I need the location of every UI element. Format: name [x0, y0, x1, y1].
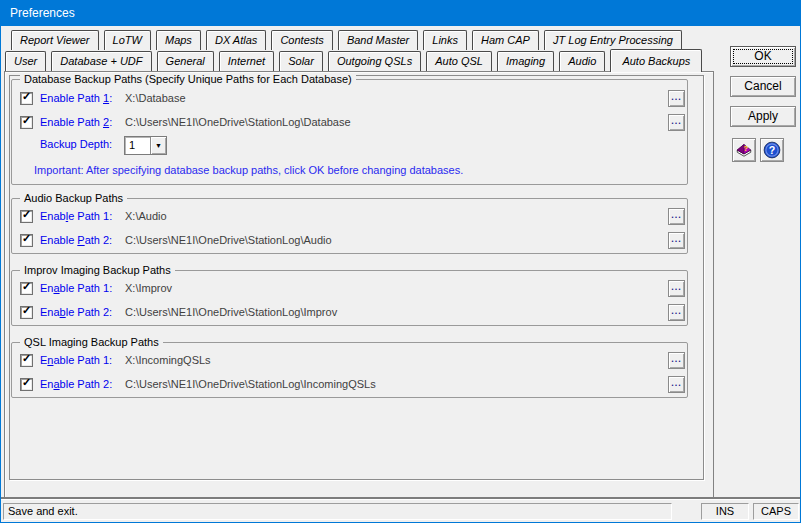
tab-row-2: User Database + UDF General Internet Sol…: [5, 51, 704, 72]
browse-button-database-path-2[interactable]: ...: [668, 114, 685, 131]
browse-button-improv-path-2[interactable]: ...: [668, 304, 685, 321]
backup-depth-row: Backup Depth: 1 ▼: [20, 138, 680, 155]
checkmark-icon: ✓: [22, 208, 31, 221]
backup-depth-label: Backup Depth:: [40, 138, 112, 150]
tab-imaging[interactable]: Imaging: [497, 51, 554, 71]
value-improv-path-2: C:\Users\NE1I\OneDrive\StationLog\Improv: [125, 306, 337, 318]
checkmark-icon: ✓: [22, 90, 31, 103]
label-qsl-path-2[interactable]: Enable Path 2:: [40, 378, 112, 390]
caps-indicator: CAPS: [753, 503, 799, 520]
help-button[interactable]: ?: [760, 138, 784, 162]
help-book-button[interactable]: ?: [732, 138, 756, 162]
audio-path-1-row: ✓ Enable Path 1: X:\Audio ...: [20, 210, 680, 227]
chevron-down-icon: ▼: [155, 142, 162, 149]
group-database-backup-paths: Database Backup Paths (Specify Unique Pa…: [11, 79, 688, 185]
tab-outgoing-qsls[interactable]: Outgoing QSLs: [328, 51, 421, 71]
tab-solar[interactable]: Solar: [279, 51, 323, 71]
checkbox-database-path-1[interactable]: ✓: [20, 92, 33, 105]
group-improv-imaging-backup-paths: Improv Imaging Backup Paths ✓ Enable Pat…: [11, 270, 688, 326]
value-audio-path-1: X:\Audio: [125, 210, 167, 222]
value-qsl-path-2: C:\Users\NE1I\OneDrive\StationLog\Incomi…: [125, 378, 376, 390]
improv-path-2-row: ✓ Enable Path 2: C:\Users\NE1I\OneDrive\…: [20, 306, 680, 323]
tab-links[interactable]: Links: [423, 30, 467, 50]
tab-auto-backups[interactable]: Auto Backups: [610, 49, 702, 72]
preferences-window: Preferences Report Viewer LoTW Maps DX A…: [0, 0, 801, 523]
backup-depth-combobox[interactable]: 1 ▼: [124, 136, 167, 155]
label-database-path-1[interactable]: Enable Path 1:: [40, 92, 112, 104]
tab-contests[interactable]: Contests: [271, 30, 332, 50]
group-title-qsl: QSL Imaging Backup Paths: [20, 336, 163, 348]
checkbox-audio-path-2[interactable]: ✓: [20, 234, 33, 247]
dropdown-button[interactable]: ▼: [150, 137, 166, 154]
value-qsl-path-1: X:\IncomingQSLs: [125, 354, 211, 366]
tab-audio[interactable]: Audio: [559, 51, 605, 71]
improv-path-1-row: ✓ Enable Path 1: X:\Improv ...: [20, 282, 680, 299]
important-note: Important: After specifying database bac…: [34, 164, 463, 176]
checkbox-improv-path-2[interactable]: ✓: [20, 306, 33, 319]
label-database-path-2[interactable]: Enable Path 2:: [40, 116, 112, 128]
ok-button[interactable]: OK: [730, 46, 796, 67]
tab-dx-atlas[interactable]: DX Atlas: [206, 30, 266, 50]
value-database-path-1: X:\Database: [125, 92, 186, 104]
tab-general[interactable]: General: [157, 51, 214, 71]
label-improv-path-2[interactable]: Enable Path 2:: [40, 306, 112, 318]
browse-button-qsl-path-1[interactable]: ...: [668, 352, 685, 369]
book-icon: ?: [735, 141, 753, 159]
svg-text:?: ?: [769, 144, 776, 156]
checkmark-icon: ✓: [22, 352, 31, 365]
tab-jt-log-entry-processing[interactable]: JT Log Entry Processing: [544, 30, 682, 50]
checkmark-icon: ✓: [22, 304, 31, 317]
label-qsl-path-1[interactable]: Enable Path 1:: [40, 354, 112, 366]
tab-row-1: Report Viewer LoTW Maps DX Atlas Contest…: [11, 30, 684, 51]
titlebar[interactable]: Preferences: [1, 1, 800, 26]
checkmark-icon: ✓: [22, 114, 31, 127]
qsl-path-1-row: ✓ Enable Path 1: X:\IncomingQSLs ...: [20, 354, 680, 371]
group-qsl-imaging-backup-paths: QSL Imaging Backup Paths ✓ Enable Path 1…: [11, 342, 688, 398]
checkbox-improv-path-1[interactable]: ✓: [20, 282, 33, 295]
tab-maps[interactable]: Maps: [156, 30, 201, 50]
apply-button[interactable]: Apply: [730, 106, 796, 127]
value-database-path-2: C:\Users\NE1I\OneDrive\StationLog\Databa…: [125, 116, 351, 128]
tab-band-master[interactable]: Band Master: [338, 30, 418, 50]
browse-button-qsl-path-2[interactable]: ...: [668, 376, 685, 393]
checkmark-icon: ✓: [22, 280, 31, 293]
value-audio-path-2: C:\Users\NE1I\OneDrive\StationLog\Audio: [125, 234, 332, 246]
tab-database-udf[interactable]: Database + UDF: [51, 51, 151, 71]
group-title-audio: Audio Backup Paths: [20, 192, 127, 204]
tab-auto-qsl[interactable]: Auto QSL: [426, 51, 492, 71]
help-icon: ?: [763, 141, 781, 159]
browse-button-database-path-1[interactable]: ...: [668, 90, 685, 107]
audio-path-2-row: ✓ Enable Path 2: C:\Users\NE1I\OneDrive\…: [20, 234, 680, 251]
checkmark-icon: ✓: [22, 376, 31, 389]
group-title-improv: Improv Imaging Backup Paths: [20, 264, 175, 276]
tab-lotw[interactable]: LoTW: [104, 30, 151, 50]
browse-button-improv-path-1[interactable]: ...: [668, 280, 685, 297]
checkbox-database-path-2[interactable]: ✓: [20, 116, 33, 129]
tab-report-viewer[interactable]: Report Viewer: [11, 30, 99, 50]
tab-internet[interactable]: Internet: [219, 51, 274, 71]
label-improv-path-1[interactable]: Enable Path 1:: [40, 282, 112, 294]
tab-ham-cap[interactable]: Ham CAP: [472, 30, 539, 50]
backup-depth-value: 1: [129, 139, 135, 151]
group-audio-backup-paths: Audio Backup Paths ✓ Enable Path 1: X:\A…: [11, 198, 688, 254]
checkbox-qsl-path-2[interactable]: ✓: [20, 378, 33, 391]
checkmark-icon: ✓: [22, 232, 31, 245]
checkbox-audio-path-1[interactable]: ✓: [20, 210, 33, 223]
qsl-path-2-row: ✓ Enable Path 2: C:\Users\NE1I\OneDrive\…: [20, 378, 680, 395]
label-audio-path-1[interactable]: Enable Path 1:: [40, 210, 112, 222]
database-path-2-row: ✓ Enable Path 2: C:\Users\NE1I\OneDrive\…: [20, 116, 680, 133]
window-title: Preferences: [10, 6, 75, 20]
database-path-1-row: ✓ Enable Path 1: X:\Database ...: [20, 92, 680, 109]
status-bar: Save and exit. INS CAPS: [1, 501, 800, 522]
svg-text:?: ?: [744, 144, 749, 153]
cancel-button[interactable]: Cancel: [730, 76, 796, 97]
tab-user[interactable]: User: [5, 51, 46, 71]
ins-indicator: INS: [701, 503, 749, 520]
group-title-database: Database Backup Paths (Specify Unique Pa…: [20, 73, 356, 85]
value-improv-path-1: X:\Improv: [125, 282, 172, 294]
label-audio-path-2[interactable]: Enable Path 2:: [40, 234, 112, 246]
checkbox-qsl-path-1[interactable]: ✓: [20, 354, 33, 367]
status-message: Save and exit.: [8, 505, 78, 517]
browse-button-audio-path-2[interactable]: ...: [668, 232, 685, 249]
browse-button-audio-path-1[interactable]: ...: [668, 208, 685, 225]
